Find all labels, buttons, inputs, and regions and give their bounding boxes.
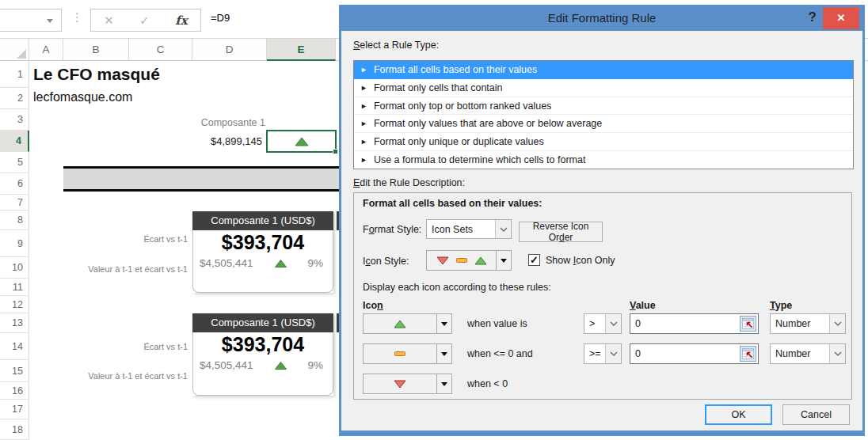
fill-handle[interactable] [333, 149, 338, 154]
composante-label: Composante 1 [161, 117, 265, 128]
list-arrow-icon: ► [360, 66, 367, 74]
select-all-triangle-icon [17, 49, 26, 59]
row-header[interactable]: 11 [0, 279, 29, 296]
rule1-type-select[interactable]: Number [770, 313, 846, 334]
help-icon[interactable]: ? [809, 9, 817, 25]
name-box[interactable] [0, 9, 62, 32]
list-arrow-icon: ► [360, 156, 367, 164]
chevron-down-icon[interactable] [829, 314, 845, 333]
kpi-prev-value: $4,505,441 [200, 257, 253, 269]
list-arrow-icon: ► [360, 84, 367, 92]
close-icon: ✕ [837, 12, 846, 24]
icon-style-select[interactable] [426, 250, 512, 271]
selected-cell-e4[interactable] [266, 130, 337, 153]
formula-bar-input[interactable]: =D9 [211, 12, 230, 24]
row-header[interactable]: 2 [0, 88, 29, 109]
formula-enter-icon[interactable]: ✓ [139, 13, 150, 28]
row-header[interactable]: 4 [0, 131, 29, 152]
dropdown-arrow-icon[interactable] [496, 251, 511, 270]
icon-style-label: Icon Style: [363, 256, 409, 267]
column-header-e[interactable]: E [267, 39, 336, 61]
cancel-button[interactable]: Cancel [782, 404, 850, 425]
select-rule-type-label: Select a Rule Type: [353, 40, 439, 51]
row-header[interactable]: 14 [0, 333, 29, 360]
rule3-condition: when < 0 [467, 378, 508, 389]
green-up-triangle-icon [275, 260, 287, 267]
chevron-down-icon[interactable] [605, 314, 621, 333]
row-header[interactable]: 5 [0, 152, 29, 173]
chevron-down-icon[interactable] [495, 220, 511, 238]
row-header[interactable]: 16 [0, 382, 29, 400]
rule1-icon-select[interactable] [363, 313, 452, 334]
row-header[interactable]: 10 [0, 257, 29, 279]
column-header-c[interactable]: C [129, 39, 192, 61]
rule-type-option-6[interactable]: ►Use a formula to determine which cells … [354, 151, 853, 169]
dropdown-arrow-icon[interactable] [436, 344, 451, 363]
kpi-card-body: $393,704 $4,505,441 9% [192, 230, 333, 293]
green-up-triangle-icon [295, 137, 309, 146]
type-column-header: Type [770, 300, 792, 311]
kpi-card-2: Composante 1 (USD$) $393,704 $4,505,441 … [192, 313, 333, 396]
display-rules-intro: Display each icon according to these rul… [363, 282, 551, 293]
select-all-corner[interactable] [0, 39, 29, 61]
rule-type-option-4[interactable]: ►Format only values that are above or be… [354, 115, 853, 133]
reverse-icon-order-button[interactable]: Reverse Icon Order [519, 222, 603, 242]
rule2-value-input[interactable]: 0 [630, 343, 759, 364]
row-header[interactable]: 3 [0, 109, 29, 131]
kpi-card-body: $393,704 $4,505,441 9% [192, 332, 333, 396]
chevron-down-icon[interactable] [605, 344, 621, 363]
kpi-value: $393,704 [193, 230, 333, 254]
name-box-dropdown-icon[interactable] [47, 19, 53, 23]
row-header[interactable]: 1 [0, 61, 29, 88]
cell-d4-value[interactable]: $4,899,145 [161, 135, 262, 147]
dropdown-arrow-icon[interactable] [436, 314, 451, 333]
formula-bar-dots-icon: ⋮ [71, 10, 82, 25]
row-header[interactable]: 6 [0, 173, 29, 195]
row-header[interactable]: 8 [0, 211, 29, 230]
rule1-value-input[interactable]: 0 [630, 313, 759, 334]
rule-type-option-1[interactable]: ►Format all cells based on their values [354, 61, 853, 79]
green-up-triangle-icon [275, 362, 287, 370]
show-icon-only-checkbox[interactable]: ✓ [528, 254, 540, 266]
show-icon-only-label: Show Icon Only [546, 255, 615, 266]
row-header[interactable]: 13 [0, 313, 29, 333]
dropdown-arrow-icon[interactable] [436, 374, 451, 393]
column-header-b[interactable]: B [63, 39, 129, 61]
rule2-icon-select[interactable] [363, 343, 452, 364]
row-header[interactable]: 12 [0, 296, 29, 313]
rule-type-option-2[interactable]: ►Format only cells that contain [354, 79, 853, 97]
ok-button[interactable]: OK [705, 404, 772, 425]
column-header-a[interactable]: A [29, 39, 63, 61]
rule2-operator-select[interactable]: >= [584, 343, 622, 364]
formula-cancel-icon[interactable]: ✕ [104, 13, 114, 28]
check-icon: ✓ [530, 254, 539, 266]
list-arrow-icon: ► [360, 138, 367, 146]
kpi-card-1: Composante 1 (USD$) $393,704 $4,505,441 … [192, 211, 333, 293]
format-style-select[interactable]: Icon Sets [426, 219, 512, 239]
green-up-triangle-icon [474, 256, 487, 265]
row-header[interactable]: 17 [0, 400, 29, 419]
range-picker-icon[interactable] [740, 346, 756, 362]
edit-formatting-rule-dialog: Edit Formatting Rule ? ✕ Select a Rule T… [339, 5, 865, 436]
rule2-type-select[interactable]: Number [770, 343, 846, 364]
rule-type-option-5[interactable]: ►Format only unique or duplicate values [354, 133, 853, 151]
insert-function-icon[interactable]: fx [175, 13, 187, 28]
row-header[interactable]: 15 [0, 360, 29, 382]
close-button[interactable]: ✕ [823, 7, 859, 29]
dialog-titlebar[interactable]: Edit Formatting Rule ? ✕ [341, 7, 862, 31]
rule-type-option-3[interactable]: ►Format only top or bottom ranked values [354, 97, 853, 116]
row-header[interactable]: 18 [0, 419, 29, 440]
rule-description-group: Format all cells based on their values: … [353, 192, 852, 400]
row-header[interactable]: 7 [0, 195, 29, 211]
column-header-d[interactable]: D [192, 39, 267, 61]
format-style-value: Icon Sets [432, 224, 473, 235]
rule1-operator-select[interactable]: > [584, 313, 622, 334]
range-picker-icon[interactable] [740, 316, 756, 332]
list-arrow-icon: ► [360, 119, 367, 127]
kpi-card-header: Composante 1 (USD$) [192, 211, 333, 230]
row-header[interactable]: 9 [0, 230, 29, 257]
format-style-label: Format Style: [363, 224, 421, 235]
label-valeur-2: Valeur à t-1 et écart vs t-1 [29, 371, 188, 381]
rule3-icon-select[interactable] [363, 374, 452, 394]
chevron-down-icon[interactable] [829, 344, 845, 363]
